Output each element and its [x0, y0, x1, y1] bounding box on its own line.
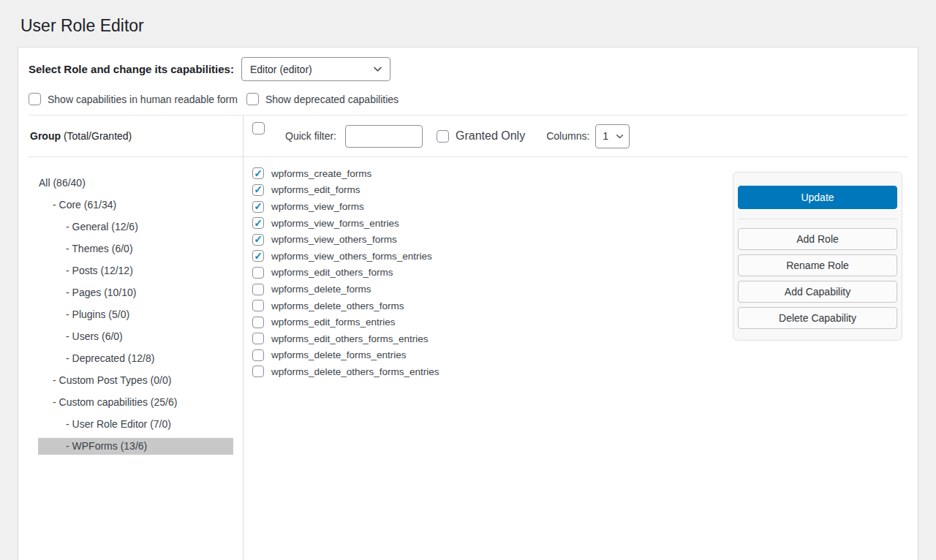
capability-checkbox[interactable] — [252, 217, 264, 229]
role-selection-section: Select Role and change its capabilities:… — [18, 48, 918, 115]
capability-checkbox[interactable] — [252, 201, 264, 213]
capability-checkbox[interactable] — [252, 333, 264, 344]
group-tree-item[interactable]: - Users (6/0) — [38, 325, 233, 347]
content-area: All (86/40)- Core (61/34)- General (12/6… — [18, 157, 918, 560]
capability-checkbox[interactable] — [252, 267, 264, 279]
filter-bar: Quick filter: Granted Only Columns: 1 — [243, 116, 918, 156]
group-tree-item[interactable]: - Deprecated (12/8) — [38, 347, 233, 369]
capability-label: wpforms_edit_forms — [271, 184, 361, 195]
granted-only-label: Granted Only — [456, 129, 525, 143]
user-role-editor-panel: Select Role and change its capabilities:… — [18, 47, 918, 560]
list-header-row: Group (Total/Granted) Quick filter: Gran… — [18, 116, 918, 156]
chevron-down-icon — [615, 132, 624, 141]
chevron-down-icon — [372, 64, 383, 75]
group-tree-item[interactable]: - Custom capabilities (25/6) — [38, 391, 233, 413]
capability-checkbox[interactable] — [252, 184, 264, 196]
capability-checkbox[interactable] — [252, 167, 264, 179]
capability-checkbox[interactable] — [252, 366, 264, 377]
admin-page: User Role Editor Select Role and change … — [0, 0, 936, 560]
group-tree-item[interactable]: - Posts (12/12) — [38, 260, 233, 281]
capability-checkbox[interactable] — [252, 317, 264, 328]
capability-label: wpforms_edit_others_forms_entries — [271, 333, 429, 344]
group-tree-item[interactable]: - Pages (10/10) — [38, 281, 233, 303]
select-all-checkbox[interactable] — [252, 122, 265, 135]
capability-column: wpforms_create_formswpforms_edit_formswp… — [243, 157, 918, 560]
columns-select-value: 1 — [603, 130, 608, 142]
deprecated-label: Show deprecated capabilities — [265, 94, 399, 105]
quick-filter-input[interactable] — [345, 125, 423, 148]
group-header-title: Group — [30, 130, 61, 142]
capability-checkbox[interactable] — [252, 300, 264, 311]
capability-label: wpforms_view_others_forms — [271, 234, 397, 245]
capability-label: wpforms_edit_forms_entries — [271, 317, 396, 328]
group-header-suffix: (Total/Granted) — [61, 130, 132, 142]
capability-checkbox[interactable] — [252, 284, 264, 295]
capability-checkbox[interactable] — [252, 250, 264, 262]
page-title: User Role Editor — [20, 15, 918, 37]
capability-label: wpforms_delete_forms — [271, 284, 371, 295]
capability-checkbox[interactable] — [252, 234, 264, 246]
deprecated-option[interactable]: Show deprecated capabilities — [246, 93, 399, 105]
human-readable-label: Show capabilities in human readable form — [48, 94, 238, 105]
actions-divider — [738, 219, 897, 219]
group-tree-item[interactable]: - Custom Post Types (0/0) — [38, 369, 233, 391]
capability-label: wpforms_edit_others_forms — [271, 267, 393, 278]
update-button[interactable]: Update — [738, 186, 897, 209]
group-tree-item[interactable]: - User Role Editor (7/0) — [38, 413, 233, 435]
capability-row[interactable]: wpforms_delete_others_forms_entries — [252, 363, 918, 380]
add-role-button[interactable]: Add Role — [738, 228, 897, 250]
rename-role-button[interactable]: Rename Role — [738, 254, 897, 276]
group-tree-item[interactable]: All (86/40) — [38, 172, 233, 194]
actions-panel: Update Add Role Rename Role Add Capabili… — [733, 172, 902, 341]
capability-label: wpforms_delete_others_forms — [271, 300, 404, 311]
group-tree-item[interactable]: - General (12/6) — [38, 216, 233, 238]
capability-row[interactable]: wpforms_delete_forms_entries — [252, 347, 918, 364]
delete-capability-button[interactable]: Delete Capability — [738, 307, 897, 329]
capability-label: wpforms_view_forms_entries — [271, 218, 399, 229]
group-tree-item[interactable]: - WPForms (13/6) — [38, 438, 233, 455]
capability-label: wpforms_delete_others_forms_entries — [271, 366, 439, 377]
deprecated-checkbox[interactable] — [246, 93, 259, 105]
capability-label: wpforms_delete_forms_entries — [271, 349, 407, 360]
granted-only-checkbox[interactable] — [437, 130, 449, 143]
human-readable-checkbox[interactable] — [29, 93, 41, 105]
human-readable-option[interactable]: Show capabilities in human readable form — [29, 93, 238, 105]
group-tree-item[interactable]: - Core (61/34) — [38, 194, 233, 216]
add-capability-button[interactable]: Add Capability — [738, 281, 897, 303]
group-tree-item[interactable]: - Themes (6/0) — [38, 238, 233, 260]
columns-label: Columns: — [546, 130, 589, 142]
group-tree: All (86/40)- Core (61/34)- General (12/6… — [18, 157, 243, 560]
quick-filter-label: Quick filter: — [285, 130, 336, 142]
granted-only-option[interactable]: Granted Only — [437, 129, 525, 143]
group-tree-item[interactable]: - Plugins (5/0) — [38, 303, 233, 325]
capability-checkbox[interactable] — [252, 349, 264, 361]
columns-select[interactable]: 1 — [595, 124, 630, 148]
capability-label: wpforms_view_forms — [271, 201, 364, 212]
group-header: Group (Total/Granted) — [18, 116, 243, 156]
role-select-value: Editor (editor) — [250, 64, 312, 75]
select-role-label: Select Role and change its capabilities: — [29, 63, 234, 75]
role-select[interactable]: Editor (editor) — [241, 57, 390, 81]
capability-label: wpforms_view_others_forms_entries — [271, 251, 432, 262]
capability-label: wpforms_create_forms — [271, 168, 371, 179]
